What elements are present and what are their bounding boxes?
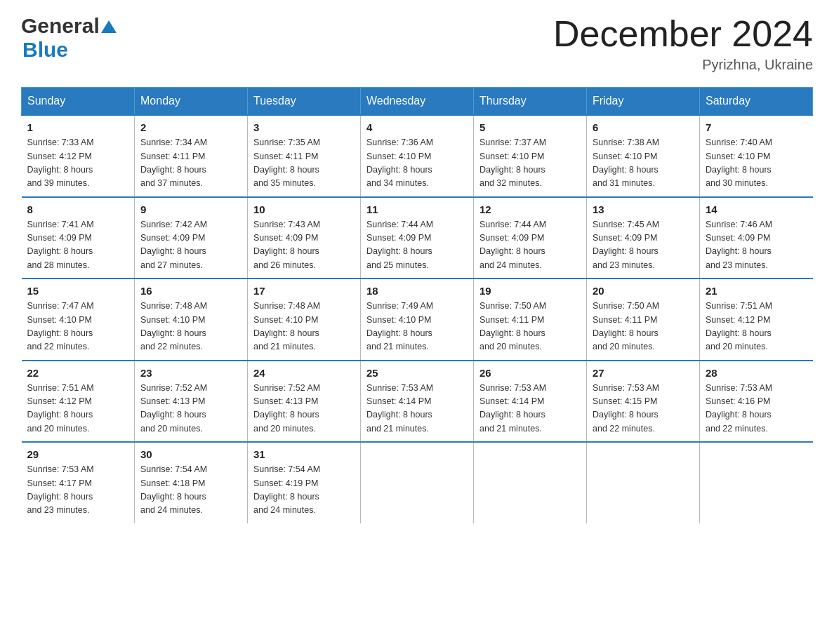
day-info: Sunrise: 7:53 AMSunset: 4:14 PMDaylight:…	[366, 382, 468, 436]
day-info: Sunrise: 7:48 AMSunset: 4:10 PMDaylight:…	[140, 300, 241, 354]
day-info: Sunrise: 7:41 AMSunset: 4:09 PMDaylight:…	[27, 218, 129, 273]
day-number: 31	[253, 448, 355, 460]
day-number: 21	[706, 285, 807, 297]
day-number: 9	[140, 203, 241, 215]
day-number: 11	[366, 203, 468, 215]
day-info: Sunrise: 7:51 AMSunset: 4:12 PMDaylight:…	[27, 382, 129, 436]
day-cell-12: 12 Sunrise: 7:44 AMSunset: 4:09 PMDaylig…	[474, 197, 587, 279]
day-number: 30	[140, 448, 241, 460]
day-number: 3	[253, 121, 355, 133]
day-number: 18	[366, 285, 468, 297]
day-info: Sunrise: 7:47 AMSunset: 4:10 PMDaylight:…	[27, 300, 129, 354]
logo-triangle-icon	[101, 19, 117, 34]
day-number: 1	[27, 121, 129, 133]
day-info: Sunrise: 7:53 AMSunset: 4:16 PMDaylight:…	[706, 382, 807, 436]
day-cell-18: 18 Sunrise: 7:49 AMSunset: 4:10 PMDaylig…	[361, 279, 474, 361]
day-info: Sunrise: 7:40 AMSunset: 4:10 PMDaylight:…	[706, 136, 807, 191]
day-cell-23: 23 Sunrise: 7:52 AMSunset: 4:13 PMDaylig…	[135, 361, 248, 443]
header-monday: Monday	[135, 88, 248, 116]
day-number: 29	[27, 448, 129, 460]
header-row: SundayMondayTuesdayWednesdayThursdayFrid…	[22, 88, 813, 116]
day-number: 12	[479, 203, 581, 215]
day-number: 4	[366, 121, 468, 133]
day-cell-30: 30 Sunrise: 7:54 AMSunset: 4:18 PMDaylig…	[135, 442, 248, 523]
day-cell-11: 11 Sunrise: 7:44 AMSunset: 4:09 PMDaylig…	[361, 197, 474, 279]
day-info: Sunrise: 7:43 AMSunset: 4:09 PMDaylight:…	[253, 218, 355, 273]
day-number: 20	[593, 285, 694, 297]
header-saturday: Saturday	[700, 88, 813, 116]
day-cell-14: 14 Sunrise: 7:46 AMSunset: 4:09 PMDaylig…	[700, 197, 813, 279]
svg-marker-0	[101, 20, 117, 33]
day-info: Sunrise: 7:53 AMSunset: 4:15 PMDaylight:…	[593, 382, 694, 436]
title-section: December 2024 Pyrizhna, Ukraine	[553, 14, 813, 73]
week-row-4: 22 Sunrise: 7:51 AMSunset: 4:12 PMDaylig…	[22, 361, 813, 443]
day-info: Sunrise: 7:48 AMSunset: 4:10 PMDaylight:…	[253, 300, 355, 354]
day-info: Sunrise: 7:34 AMSunset: 4:11 PMDaylight:…	[140, 136, 241, 191]
week-row-2: 8 Sunrise: 7:41 AMSunset: 4:09 PMDayligh…	[22, 197, 813, 279]
day-info: Sunrise: 7:45 AMSunset: 4:09 PMDaylight:…	[593, 218, 694, 273]
month-title: December 2024	[553, 14, 813, 54]
day-number: 16	[140, 285, 241, 297]
day-number: 13	[593, 203, 694, 215]
day-info: Sunrise: 7:53 AMSunset: 4:14 PMDaylight:…	[479, 382, 581, 436]
day-cell-10: 10 Sunrise: 7:43 AMSunset: 4:09 PMDaylig…	[248, 197, 361, 279]
day-number: 27	[593, 367, 694, 379]
day-cell-16: 16 Sunrise: 7:48 AMSunset: 4:10 PMDaylig…	[135, 279, 248, 361]
day-cell-1: 1 Sunrise: 7:33 AMSunset: 4:12 PMDayligh…	[22, 115, 135, 197]
calendar-table: SundayMondayTuesdayWednesdayThursdayFrid…	[21, 87, 813, 523]
week-row-3: 15 Sunrise: 7:47 AMSunset: 4:10 PMDaylig…	[22, 279, 813, 361]
day-number: 22	[27, 367, 129, 379]
header-wednesday: Wednesday	[361, 88, 474, 116]
day-cell-31: 31 Sunrise: 7:54 AMSunset: 4:19 PMDaylig…	[248, 442, 361, 523]
day-info: Sunrise: 7:52 AMSunset: 4:13 PMDaylight:…	[253, 382, 355, 436]
day-cell-20: 20 Sunrise: 7:50 AMSunset: 4:11 PMDaylig…	[587, 279, 700, 361]
day-number: 28	[706, 367, 807, 379]
day-info: Sunrise: 7:51 AMSunset: 4:12 PMDaylight:…	[706, 300, 807, 354]
day-number: 5	[479, 121, 581, 133]
day-number: 19	[479, 285, 581, 297]
day-info: Sunrise: 7:54 AMSunset: 4:18 PMDaylight:…	[140, 463, 241, 518]
day-number: 15	[27, 285, 129, 297]
day-cell-6: 6 Sunrise: 7:38 AMSunset: 4:10 PMDayligh…	[587, 115, 700, 197]
day-cell-25: 25 Sunrise: 7:53 AMSunset: 4:14 PMDaylig…	[361, 361, 474, 443]
empty-cell-w4-d4	[474, 442, 587, 523]
day-info: Sunrise: 7:42 AMSunset: 4:09 PMDaylight:…	[140, 218, 241, 273]
day-info: Sunrise: 7:49 AMSunset: 4:10 PMDaylight:…	[366, 300, 468, 354]
header-sunday: Sunday	[22, 88, 135, 116]
day-cell-5: 5 Sunrise: 7:37 AMSunset: 4:10 PMDayligh…	[474, 115, 587, 197]
day-cell-17: 17 Sunrise: 7:48 AMSunset: 4:10 PMDaylig…	[248, 279, 361, 361]
day-info: Sunrise: 7:53 AMSunset: 4:17 PMDaylight:…	[27, 463, 129, 518]
day-info: Sunrise: 7:54 AMSunset: 4:19 PMDaylight:…	[253, 463, 355, 518]
day-cell-8: 8 Sunrise: 7:41 AMSunset: 4:09 PMDayligh…	[22, 197, 135, 279]
day-cell-7: 7 Sunrise: 7:40 AMSunset: 4:10 PMDayligh…	[700, 115, 813, 197]
week-row-1: 1 Sunrise: 7:33 AMSunset: 4:12 PMDayligh…	[22, 115, 813, 197]
day-number: 10	[253, 203, 355, 215]
day-info: Sunrise: 7:50 AMSunset: 4:11 PMDaylight:…	[479, 300, 581, 354]
location: Pyrizhna, Ukraine	[553, 57, 813, 73]
empty-cell-w4-d5	[587, 442, 700, 523]
logo: General Blue	[21, 14, 117, 62]
day-info: Sunrise: 7:46 AMSunset: 4:09 PMDaylight:…	[706, 218, 807, 273]
day-cell-13: 13 Sunrise: 7:45 AMSunset: 4:09 PMDaylig…	[587, 197, 700, 279]
day-number: 7	[706, 121, 807, 133]
day-cell-27: 27 Sunrise: 7:53 AMSunset: 4:15 PMDaylig…	[587, 361, 700, 443]
day-cell-28: 28 Sunrise: 7:53 AMSunset: 4:16 PMDaylig…	[700, 361, 813, 443]
week-row-5: 29 Sunrise: 7:53 AMSunset: 4:17 PMDaylig…	[22, 442, 813, 523]
day-number: 25	[366, 367, 468, 379]
logo-general-text: General	[21, 14, 100, 38]
day-number: 2	[140, 121, 241, 133]
day-info: Sunrise: 7:52 AMSunset: 4:13 PMDaylight:…	[140, 382, 241, 436]
day-cell-9: 9 Sunrise: 7:42 AMSunset: 4:09 PMDayligh…	[135, 197, 248, 279]
day-cell-2: 2 Sunrise: 7:34 AMSunset: 4:11 PMDayligh…	[135, 115, 248, 197]
day-cell-29: 29 Sunrise: 7:53 AMSunset: 4:17 PMDaylig…	[22, 442, 135, 523]
page-header: General Blue December 2024 Pyrizhna, Ukr…	[21, 14, 813, 73]
day-number: 26	[479, 367, 581, 379]
header-friday: Friday	[587, 88, 700, 116]
logo-blue-text: Blue	[22, 38, 68, 61]
day-number: 24	[253, 367, 355, 379]
day-cell-3: 3 Sunrise: 7:35 AMSunset: 4:11 PMDayligh…	[248, 115, 361, 197]
day-info: Sunrise: 7:33 AMSunset: 4:12 PMDaylight:…	[27, 136, 129, 191]
day-cell-19: 19 Sunrise: 7:50 AMSunset: 4:11 PMDaylig…	[474, 279, 587, 361]
day-info: Sunrise: 7:44 AMSunset: 4:09 PMDaylight:…	[366, 218, 468, 273]
day-cell-21: 21 Sunrise: 7:51 AMSunset: 4:12 PMDaylig…	[700, 279, 813, 361]
